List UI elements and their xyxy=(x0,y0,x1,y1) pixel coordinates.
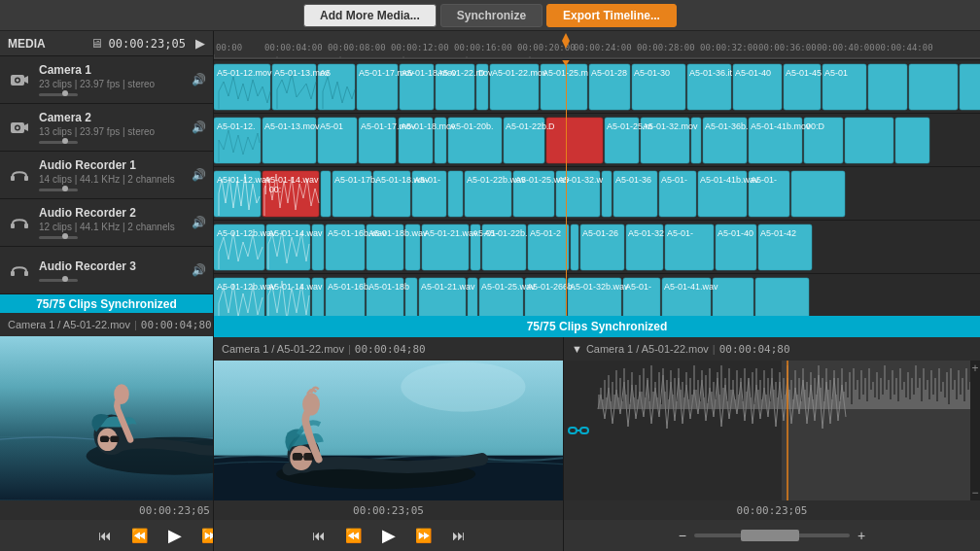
svg-rect-109 xyxy=(321,171,331,217)
camera2-icon xyxy=(8,116,31,139)
svg-text:A5-01-41b.mov: A5-01-41b.mov xyxy=(751,121,811,131)
zoom-minus-button[interactable]: − xyxy=(679,528,686,543)
svg-point-18 xyxy=(114,385,129,405)
waveform-scroll: + − xyxy=(970,361,980,500)
volume-slider-audio2[interactable] xyxy=(39,236,78,239)
preview-bottom-timecode-value: 00:00:23;05 xyxy=(139,504,210,517)
playhead-head xyxy=(561,60,571,66)
timeline-track-camera1[interactable]: A5-01-12.mov A5-01-13.mov A5 A5-01-17.mo… xyxy=(214,60,980,114)
svg-rect-203 xyxy=(593,361,782,500)
zoom-plus-button[interactable]: + xyxy=(858,528,865,543)
svg-text:A5-01-45: A5-01-45 xyxy=(786,68,822,78)
svg-rect-13 xyxy=(24,271,28,276)
svg-rect-196 xyxy=(293,453,302,461)
volume-slider-audio1[interactable] xyxy=(39,189,78,191)
track-meta-camera1: 23 clips | 23.97 fps | stereo xyxy=(39,79,184,89)
svg-text:A5-01-40: A5-01-40 xyxy=(735,68,771,78)
volume-icon-camera1[interactable]: 🔊 xyxy=(192,73,205,86)
svg-text:A5-01-20b.: A5-01-20b. xyxy=(450,121,494,131)
play-icon[interactable]: ▶ xyxy=(195,36,205,51)
svg-rect-117 xyxy=(602,171,612,217)
volume-slider-camera2[interactable] xyxy=(39,141,78,144)
svg-marker-5 xyxy=(24,123,28,131)
synchronize-button[interactable]: Synchronize xyxy=(440,4,542,27)
track-info-audio3: Audio Recorder 3 xyxy=(39,259,184,282)
preview-title-sep: | xyxy=(134,319,137,330)
media-label: MEDIA xyxy=(8,37,85,51)
step-forward-button[interactable]: ⏩ xyxy=(200,526,215,545)
svg-text:A5-01-12b.wav: A5-01-12b.wav xyxy=(217,282,276,292)
waveform-playback-controls: − + xyxy=(564,520,980,551)
svg-text:A5-01-: A5-01- xyxy=(667,228,693,238)
track-name-audio3: Audio Recorder 3 xyxy=(39,259,184,273)
waveform-dropdown-icon[interactable]: ▼ xyxy=(572,343,582,355)
rewind-button[interactable]: ⏪ xyxy=(130,526,150,545)
svg-text:A5: A5 xyxy=(320,68,331,78)
headphone3-icon xyxy=(8,258,31,282)
svg-rect-9 xyxy=(24,176,28,181)
timeline-track-camera2[interactable]: A5-01-12. A5-01-13.mov A5-01 A5-01-17.mo… xyxy=(214,114,980,167)
timeline-tracks: A5-01-12.mov A5-01-13.mov A5 A5-01-17.mo… xyxy=(214,60,980,316)
svg-text:A5-01-16b.: A5-01-16b. xyxy=(328,282,371,292)
timeline-track-audio1[interactable]: A5-01-12.wav A5-01-14.wav | 00: A5-01-17… xyxy=(214,167,980,221)
svg-rect-60 xyxy=(909,64,958,110)
prev-frame-btn[interactable]: ⏪ xyxy=(344,526,364,545)
skip-end-btn[interactable]: ⏭ xyxy=(449,526,469,545)
svg-rect-61 xyxy=(960,64,980,110)
track-row-camera1: Camera 1 23 clips | 23.97 fps | stereo 🔊 xyxy=(0,56,213,104)
svg-text:00:00:12:00: 00:00:12:00 xyxy=(391,43,449,52)
svg-text:A5-01-36: A5-01-36 xyxy=(615,175,651,185)
waveform-scroll-down[interactable]: − xyxy=(971,487,978,499)
waveform-scroll-up[interactable]: + xyxy=(971,362,978,374)
volume-icon-audio3[interactable]: 🔊 xyxy=(192,263,205,277)
export-button[interactable]: Export Timeline... xyxy=(546,4,677,27)
next-frame-btn[interactable]: ⏩ xyxy=(414,526,434,545)
svg-text:A5-01-22b.: A5-01-22b. xyxy=(506,121,549,131)
waveform-tc-value: 00:00:23;05 xyxy=(737,504,808,517)
play-pause-button[interactable]: ▶ xyxy=(165,526,185,545)
svg-rect-204 xyxy=(782,361,970,500)
svg-rect-21 xyxy=(110,436,119,442)
svg-rect-179 xyxy=(755,278,809,316)
svg-text:A5-01-22.mov: A5-01-22.mov xyxy=(492,68,547,78)
volume-icon-audio2[interactable]: 🔊 xyxy=(192,216,205,229)
svg-rect-146 xyxy=(571,224,578,270)
svg-text:A5-01-14.wav: A5-01-14.wav xyxy=(268,282,323,292)
video-title-timecode: 00:00:04;80 xyxy=(355,343,426,356)
svg-rect-8 xyxy=(11,176,15,181)
track-row-audio2: Audio Recorder 2 12 clips | 44.1 KHz | 2… xyxy=(0,199,213,247)
top-bar: Add More Media... Synchronize Export Tim… xyxy=(0,0,980,31)
sync-status: 75/75 Clips Synchronized xyxy=(0,294,213,313)
person-image xyxy=(0,336,214,500)
svg-rect-178 xyxy=(713,278,753,316)
link-icon[interactable] xyxy=(564,361,593,500)
svg-rect-59 xyxy=(868,64,907,110)
timeline-track-audio2[interactable]: A5-01-12b.wav A5-01-14.wav A5-01-16b.wav… xyxy=(214,221,980,274)
skip-to-start-button[interactable]: ⏮ xyxy=(95,526,115,545)
volume-icon-audio1[interactable]: 🔊 xyxy=(192,168,205,182)
waveform-bottom-timecode: 00:00:23;05 xyxy=(564,500,980,520)
track-info-audio2: Audio Recorder 2 12 clips | 44.1 KHz | 2… xyxy=(39,206,184,239)
skip-start-btn[interactable]: ⏮ xyxy=(309,526,329,545)
zoom-slider[interactable] xyxy=(694,534,850,537)
preview-frame[interactable] xyxy=(0,336,214,500)
track-meta-audio1: 14 clips | 44.1 KHz | 2 channels xyxy=(39,174,184,185)
add-media-button[interactable]: Add More Media... xyxy=(303,4,437,27)
preview-timecode-header: 00:00:04;80 xyxy=(141,319,212,331)
svg-text:A5-01-30: A5-01-30 xyxy=(634,68,670,78)
timeline-track-audio3[interactable]: A5-01-12b.wav A5-01-14.wav A5-01-16b. A5… xyxy=(214,274,980,316)
svg-text:00:D: 00:D xyxy=(806,121,825,131)
video-frame[interactable] xyxy=(214,361,563,500)
waveform-display[interactable] xyxy=(593,361,970,500)
volume-slider-audio3[interactable] xyxy=(39,279,78,282)
track-meta-audio2: 12 clips | 44.1 KHz | 2 channels xyxy=(39,222,184,232)
svg-text:A5-01-21.wav: A5-01-21.wav xyxy=(421,282,475,292)
track-info-audio1: Audio Recorder 1 14 clips | 44.1 KHz | 2… xyxy=(39,158,184,191)
main-area: MEDIA 🖥 00:00:23;05 ▶ Camera 1 23 clips … xyxy=(0,31,980,551)
svg-text:00:00:04:00: 00:00:04:00 xyxy=(264,43,323,52)
volume-slider-camera1[interactable] xyxy=(39,93,78,96)
video-bottom-timecode: 00:00:23;05 xyxy=(214,500,563,520)
play-btn[interactable]: ▶ xyxy=(379,526,399,545)
zoom-slider-thumb[interactable] xyxy=(741,530,799,541)
volume-icon-camera2[interactable]: 🔊 xyxy=(192,121,205,134)
